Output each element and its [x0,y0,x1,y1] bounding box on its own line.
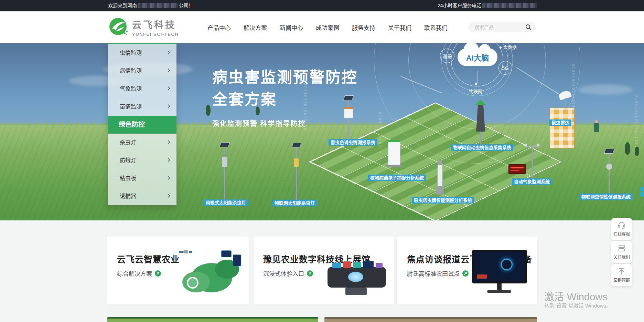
floating-toolbar: 在线客服 关注我们 回到顶部 [611,218,632,287]
menu-item-weather-monitoring[interactable]: 气象监测 [108,80,176,98]
headset-icon [617,221,626,229]
edge-widget-tab[interactable] [641,187,644,191]
service-hotline: 24小时客户服务电话 [438,0,538,11]
menu-item-label: 气象监测 [120,86,142,92]
device-label: 害虫色诱虫情测报系统 [329,139,377,146]
nav-about[interactable]: 关于我们 [388,23,411,32]
back-to-top-button[interactable]: 回到顶部 [611,264,632,286]
hero-title-line2: 全套方案 [212,89,358,111]
menu-item-label: 杀虫灯 [120,139,136,145]
hero-title-line1: 病虫害监测预警防控 [212,66,358,89]
nav-support[interactable]: 服务支持 [352,23,375,32]
menu-item-trap[interactable]: 诱捕器 [108,187,176,205]
search-icon[interactable] [525,24,532,31]
logo[interactable]: 云飞科技 YUNFEI SCI-TECH [109,17,179,37]
arrow-link-icon[interactable] [155,270,161,277]
node-remote-label: 遥感 [443,53,452,59]
logo-bird-icon [109,17,129,37]
card-focus-report[interactable]: 焦点访谈报道云飞数字植保设备 尉氏高标准农田试点 [397,237,537,304]
device-label: 物联网太阳能杀虫灯 [272,200,317,206]
node-bigdata-dot [500,46,502,49]
redacted-phone-number [482,3,537,8]
chevron-right-icon [166,51,170,54]
tree [625,142,630,155]
card-title: 云飞云智慧农业 [117,252,180,265]
menu-item-label: 病情监测 [120,68,142,74]
person-body [594,123,599,132]
device-label: 物联网虫情性诱测报系统 [579,194,633,200]
node-5g: 5G [498,61,512,75]
card-subtitle: 综合解决方案 [117,269,152,278]
nav-products[interactable]: 产品中心 [207,23,231,32]
node-iot-dot [475,83,477,85]
windows-activation-watermark-sub: 转到“设置”以激活 Windows。 [544,302,611,309]
menu-item-label: 虫情监测 [120,50,142,56]
welcome-text: 欢迎来到河南公司！ [108,0,193,11]
site-header: 云飞科技 YUNFEI SCI-TECH 产品中心 解决方案 新闻中心 成功案例… [0,11,644,43]
search-input[interactable] [474,22,523,32]
card-smart-agriculture[interactable]: 云飞云智慧农业 综合解决方案 [107,237,249,304]
logo-name-en: YUNFEI SCI-TECH [132,32,179,37]
menu-item-insect-monitoring[interactable]: 虫情监测 [108,44,176,62]
nav-contact[interactable]: 联系我们 [424,23,448,32]
node-bigdata-label: 大数据 [503,44,517,50]
follow-us-button[interactable]: 关注我们 [611,241,632,263]
arrow-link-icon[interactable] [307,270,313,277]
nav-news[interactable]: 新闻中心 [280,23,303,32]
next-section-image-right [324,317,537,322]
ai-brain-cloud: AI大脑 [458,48,497,66]
hub-connector [477,71,477,83]
chevron-right-icon [166,69,170,72]
hero-banner: 病虫害监测预警防控 全套方案 强化监测预警 科学指导防控 AI大脑 遥感 5G … [0,43,644,220]
back-to-top-label: 回到顶部 [611,277,632,283]
card-online-exhibition[interactable]: 豫见农业数字科技线上展馆 沉浸式体验入口 [254,237,394,304]
menu-item-moth-lamp[interactable]: 防蛾灯 [108,152,176,169]
topbar: 欢迎来到河南公司！ 24小时客户服务电话 [0,0,644,11]
main-nav: 产品中心 解决方案 新闻中心 成功案例 服务支持 关于我们 联系我们 [207,11,448,43]
menu-item-disease-monitoring[interactable]: 病情监测 [108,62,176,80]
binary-decor: 010010110100101101 [571,64,576,112]
menu-item-green-control[interactable]: 绿色防控 [108,116,176,134]
hero-copy: 病虫害监测预警防控 全套方案 强化监测预警 科学指导防控 [212,66,358,128]
menu-item-label: 防蛾灯 [120,157,136,163]
chevron-right-icon [166,140,170,144]
menu-item-seedling-monitoring[interactable]: 苗情监测 [108,98,176,116]
device-label: 风吸式太阳能杀虫灯 [204,199,248,206]
person-head [595,120,598,123]
device-label: 物联网自动虫情信息采集系统 [451,144,513,151]
follow-us-label: 关注我们 [611,254,632,260]
logo-name-cn: 云飞科技 [132,18,179,31]
windows-activation-watermark: 激活 Windows [544,289,608,303]
online-service-button[interactable]: 在线客服 [611,218,632,240]
nav-solutions[interactable]: 解决方案 [244,23,267,32]
search-box [468,22,536,32]
menu-item-label: 粘虫板 [120,175,136,181]
welcome-suffix: 公司！ [179,3,193,8]
arrow-link-icon[interactable] [462,270,469,277]
binary-decor: 010010110100101101 [634,95,639,150]
menu-item-insecticidal-lamp[interactable]: 杀虫灯 [108,134,176,152]
node-5g-label: 5G [502,65,509,71]
chevron-right-icon [166,158,170,162]
nav-cases[interactable]: 成功案例 [316,23,339,32]
follow-us-icon [617,244,626,252]
logo-text: 云飞科技 YUNFEI SCI-TECH [132,18,179,37]
cloud-shape [578,84,633,95]
products-dropdown-menu: 虫情监测 病情监测 气象监测 苗情监测 绿色防控 杀虫灯 防蛾灯 粘虫板 诱捕器 [108,43,176,205]
menu-item-label: 苗情监测 [120,104,142,110]
card-illustration-tv-monitor [469,250,531,298]
menu-item-sticky-board[interactable]: 粘虫板 [108,169,176,187]
edge-widget-tab[interactable] [641,192,644,197]
device-label: 吸虫塔虫情智能测报分析系统 [412,197,474,204]
hotline-label: 24小时客户服务电话 [438,3,482,8]
chevron-right-icon [166,86,170,90]
next-section-image-left [107,317,318,322]
chevron-right-icon [166,194,170,198]
device-label: 自动气象监测系统 [512,178,552,185]
ai-brain-label: AI大脑 [466,52,489,63]
menu-item-label: 绿色防控 [119,121,145,128]
device-label: 植物病菌孢子捕捉分析系统 [368,175,426,181]
card-illustration-exhibit-table [324,250,389,297]
node-remote-sensing: 遥感 [440,49,454,63]
tree [206,105,211,116]
